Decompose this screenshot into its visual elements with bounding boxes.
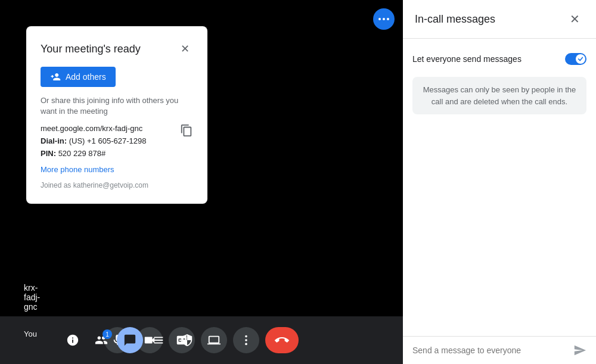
popup-title: Your meeting's ready xyxy=(41,43,141,55)
present-button[interactable] xyxy=(201,327,227,353)
more-options-button[interactable] xyxy=(373,8,395,30)
more-phones-link[interactable]: More phone numbers xyxy=(41,165,193,174)
pin-value: 520 229 878# xyxy=(58,149,106,158)
toggle-label: Let everyone send messages xyxy=(412,54,522,64)
info-icon xyxy=(66,334,79,347)
more-ctrl-icon xyxy=(240,334,253,347)
joined-as: Joined as katherine@getvoip.com xyxy=(41,181,193,189)
meeting-link: meet.google.com/krx-fadj-gnc xyxy=(41,124,146,133)
add-person-icon xyxy=(50,71,61,82)
shield-button[interactable] xyxy=(174,327,200,353)
more-dots-icon xyxy=(378,18,389,20)
message-input[interactable] xyxy=(412,346,573,355)
info-box: Messages can only be seen by people in t… xyxy=(412,77,586,114)
toggle-row: Let everyone send messages xyxy=(412,48,586,70)
info-text: Messages can only be seen by people in t… xyxy=(423,85,576,106)
activities-icon xyxy=(152,334,165,347)
meeting-name: krx-fadj-gnc xyxy=(24,283,40,312)
end-call-icon xyxy=(275,333,289,347)
panel-header: In-call messages ✕ xyxy=(403,0,596,39)
meeting-popup: Your meeting's ready ✕ Add others Or sha… xyxy=(26,26,207,204)
bottom-bar: You krx-fadj-gnc xyxy=(0,316,403,364)
present-icon xyxy=(207,334,221,347)
activities-button[interactable] xyxy=(145,327,172,353)
dial-in-value: (US) +1 605-627-1298 xyxy=(69,136,147,145)
popup-header: Your meeting's ready ✕ xyxy=(41,41,193,57)
popup-close-button[interactable]: ✕ xyxy=(176,41,193,57)
dial-info: Dial-in: (US) +1 605-627-1298 PIN: 520 2… xyxy=(41,135,146,160)
end-call-button[interactable] xyxy=(265,327,299,353)
participant-name: You xyxy=(24,329,37,338)
panel-title: In-call messages xyxy=(415,13,495,26)
svg-point-1 xyxy=(245,339,247,341)
bottom-right-icons: 1 xyxy=(60,327,200,353)
toggle-thumb xyxy=(576,54,585,64)
meeting-info: meet.google.com/krx-fadj-gnc Dial-in: (U… xyxy=(41,124,146,160)
panel-content: Let everyone send messages Messages can … xyxy=(403,39,596,336)
more-ctrl-button[interactable] xyxy=(233,327,259,353)
send-button[interactable] xyxy=(573,344,586,357)
info-button[interactable] xyxy=(60,327,86,353)
add-others-label: Add others xyxy=(66,72,106,82)
close-panel-button[interactable]: ✕ xyxy=(565,10,584,29)
chat-button[interactable] xyxy=(117,327,143,353)
pin-label: PIN: xyxy=(41,149,56,158)
shield-icon xyxy=(181,334,194,347)
checkmark-icon xyxy=(578,56,583,62)
svg-point-2 xyxy=(245,343,247,346)
copy-button[interactable] xyxy=(180,124,193,137)
copy-icon xyxy=(180,124,193,137)
send-icon xyxy=(573,344,586,357)
dial-in-label: Dial-in: xyxy=(41,136,67,145)
svg-point-0 xyxy=(245,335,247,338)
share-text: Or share this joining info with others y… xyxy=(41,95,193,117)
in-call-messages-panel: In-call messages ✕ Let everyone send mes… xyxy=(403,0,596,364)
people-badge: 1 xyxy=(103,329,112,339)
panel-footer xyxy=(403,336,596,364)
add-others-button[interactable]: Add others xyxy=(41,67,116,87)
copy-row: meet.google.com/krx-fadj-gnc Dial-in: (U… xyxy=(41,124,193,160)
chat-icon xyxy=(123,334,136,347)
people-button[interactable]: 1 xyxy=(88,327,114,353)
send-messages-toggle[interactable] xyxy=(565,53,586,65)
